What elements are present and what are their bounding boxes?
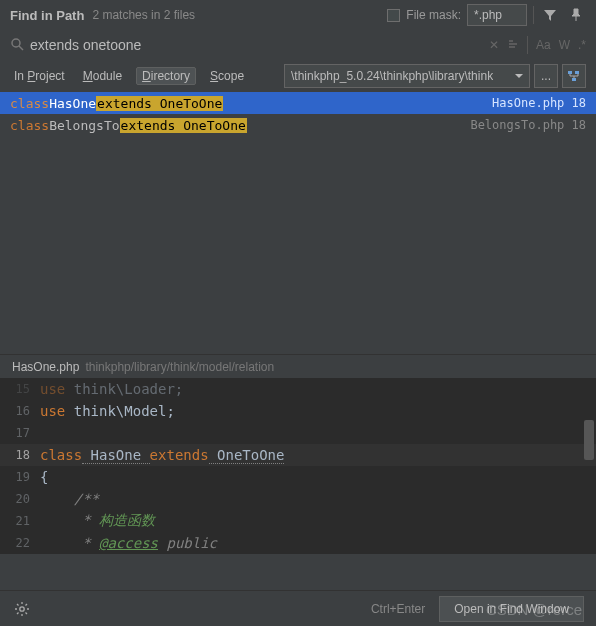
divider <box>533 6 534 24</box>
clear-icon[interactable]: ✕ <box>489 38 499 52</box>
shortcut-hint: Ctrl+Enter <box>371 602 425 616</box>
recursive-toggle[interactable] <box>562 64 586 88</box>
code-line: 16use think\Model; <box>0 400 596 422</box>
search-icon <box>10 37 24 54</box>
filemask-checkbox[interactable] <box>387 9 400 22</box>
svg-point-0 <box>12 39 20 47</box>
code-line: 15use think\Loader; <box>0 378 596 400</box>
search-input[interactable] <box>30 37 489 53</box>
match-case-toggle[interactable]: Aa <box>536 38 551 52</box>
match-count: 2 matches in 2 files <box>92 8 195 22</box>
scope-tab-module[interactable]: Module <box>79 67 126 85</box>
settings-icon[interactable] <box>12 599 32 619</box>
directory-path-text: \thinkphp_5.0.24\thinkphp\library\think <box>291 69 493 83</box>
code-line: 18class HasOne extends OneToOne <box>0 444 596 466</box>
svg-rect-3 <box>575 71 579 74</box>
result-row[interactable]: class HasOne extends OneToOneHasOne.php … <box>0 92 596 114</box>
browse-button[interactable]: ... <box>534 64 558 88</box>
words-toggle[interactable]: W <box>559 38 570 52</box>
code-line: 20 /** <box>0 488 596 510</box>
code-line: 19{ <box>0 466 596 488</box>
regex-toggle[interactable]: .* <box>578 38 586 52</box>
svg-rect-4 <box>572 78 576 81</box>
svg-point-5 <box>20 606 24 610</box>
code-line: 17 <box>0 422 596 444</box>
filter-icon[interactable] <box>540 5 560 25</box>
scope-tab-scope[interactable]: Scope <box>206 67 248 85</box>
result-row[interactable]: class BelongsTo extends OneToOneBelongsT… <box>0 114 596 136</box>
svg-line-1 <box>19 46 23 50</box>
pin-icon[interactable] <box>566 5 586 25</box>
divider <box>527 36 528 54</box>
preview-filename: HasOne.php <box>12 360 79 374</box>
results-empty-area <box>0 136 596 354</box>
code-line: 22 * @access public <box>0 532 596 554</box>
scope-tab-in-project[interactable]: In Project <box>10 67 69 85</box>
scrollbar[interactable] <box>584 420 594 460</box>
open-find-window-button[interactable]: Open in Find Window <box>439 596 584 622</box>
scope-tab-directory[interactable]: Directory <box>136 67 196 85</box>
history-icon[interactable] <box>507 38 519 53</box>
filemask-label: File mask: <box>406 8 461 22</box>
directory-path-select[interactable]: \thinkphp_5.0.24\thinkphp\library\think <box>284 64 530 88</box>
preview-path: thinkphp/library/think/model/relation <box>85 360 274 374</box>
filemask-input[interactable] <box>467 4 527 26</box>
code-line: 21 * 构造函数 <box>0 510 596 532</box>
code-preview[interactable]: 15use think\Loader;16use think\Model;171… <box>0 378 596 554</box>
svg-rect-2 <box>568 71 572 74</box>
dialog-title: Find in Path <box>10 8 84 23</box>
